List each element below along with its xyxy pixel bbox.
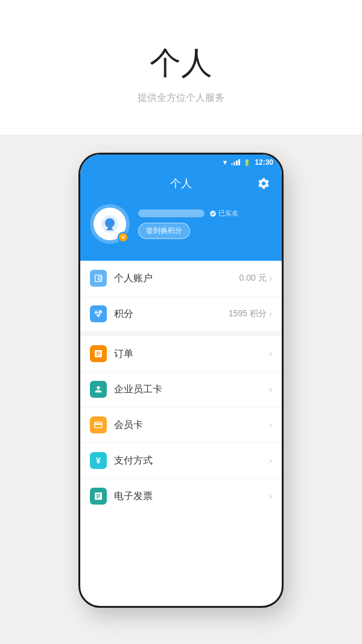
- chevron-icon-2: ›: [269, 308, 272, 319]
- user-name-bar: [138, 209, 205, 217]
- chevron-icon-3: ›: [269, 348, 272, 359]
- menu-item-payment[interactable]: ¥ 支付方式 ›: [80, 443, 282, 479]
- avatar-wrap: V: [90, 204, 130, 244]
- svg-point-2: [100, 278, 101, 279]
- svg-point-1: [108, 220, 112, 224]
- phone-wrapper: ▼ 🔋 12:30 个人: [0, 135, 362, 644]
- page-background: 个人 提供全方位个人服务 ▼ 🔋 12:30 个人: [0, 0, 362, 644]
- points-label: 积分: [114, 308, 229, 320]
- payment-label: 支付方式: [114, 454, 269, 467]
- app-header-title: 个人: [170, 176, 192, 191]
- user-profile: V 已实名 签到换积分: [80, 202, 282, 261]
- page-subtitle: 提供全方位个人服务: [12, 92, 350, 104]
- menu-item-personal-account[interactable]: 个人账户 0.00 元 ›: [80, 261, 282, 296]
- menu-item-points[interactable]: 积分 1595 积分 ›: [80, 296, 282, 331]
- chevron-icon-4: ›: [269, 384, 272, 395]
- chevron-icon-5: ›: [269, 419, 272, 430]
- page-title: 个人: [12, 42, 350, 84]
- member-card-label: 会员卡: [114, 419, 269, 432]
- phone-shell: ▼ 🔋 12:30 个人: [78, 153, 284, 608]
- gear-icon: [257, 177, 270, 190]
- content-area: 个人账户 0.00 元 › 积分 1595 积分 ›: [80, 261, 282, 514]
- payment-icon: ¥: [90, 452, 107, 469]
- verified-icon: [209, 210, 217, 217]
- checkin-button[interactable]: 签到换积分: [138, 223, 190, 239]
- chevron-icon-7: ›: [269, 491, 272, 502]
- menu-item-employee-card[interactable]: 企业员工卡 ›: [80, 372, 282, 407]
- page-header: 个人 提供全方位个人服务: [0, 0, 362, 135]
- order-icon: [90, 345, 107, 362]
- battery-icon: 🔋: [243, 159, 250, 166]
- user-name-row: 已实名: [138, 209, 272, 218]
- services-section: 订单 › 企业员工卡 ›: [80, 336, 282, 514]
- status-time: 12:30: [255, 158, 273, 167]
- app-header: 个人: [80, 170, 282, 202]
- orders-label: 订单: [114, 348, 269, 360]
- personal-account-label: 个人账户: [114, 272, 240, 285]
- user-info: 已实名 签到换积分: [138, 209, 272, 239]
- invoice-label: 电子发票: [114, 490, 269, 503]
- menu-item-invoice[interactable]: 电子发票 ›: [80, 479, 282, 514]
- checkin-label: 签到换积分: [146, 226, 182, 235]
- chevron-icon-6: ›: [269, 455, 272, 466]
- avatar-logo-icon: [100, 214, 119, 234]
- settings-button[interactable]: [255, 175, 272, 192]
- personal-account-value: 0.00 元: [240, 273, 267, 284]
- employee-card-label: 企业员工卡: [114, 383, 269, 396]
- verified-badge: 已实名: [209, 209, 238, 218]
- menu-item-orders[interactable]: 订单 ›: [80, 336, 282, 372]
- diamond-icon: [90, 305, 107, 322]
- verified-text: 已实名: [218, 209, 238, 218]
- invoice-icon: [90, 488, 107, 505]
- menu-item-member-card[interactable]: 会员卡 ›: [80, 407, 282, 443]
- points-value: 1595 积分: [229, 308, 267, 319]
- yuan-symbol: ¥: [96, 456, 101, 465]
- vip-badge: V: [118, 232, 129, 243]
- wifi-icon: ▼: [221, 159, 228, 166]
- chevron-icon: ›: [269, 273, 272, 284]
- member-icon: [90, 416, 107, 433]
- wallet-icon: [90, 270, 107, 287]
- signal-icon: [231, 159, 240, 165]
- status-bar: ▼ 🔋 12:30: [80, 155, 282, 170]
- employee-icon: [90, 381, 107, 398]
- account-section: 个人账户 0.00 元 › 积分 1595 积分 ›: [80, 261, 282, 331]
